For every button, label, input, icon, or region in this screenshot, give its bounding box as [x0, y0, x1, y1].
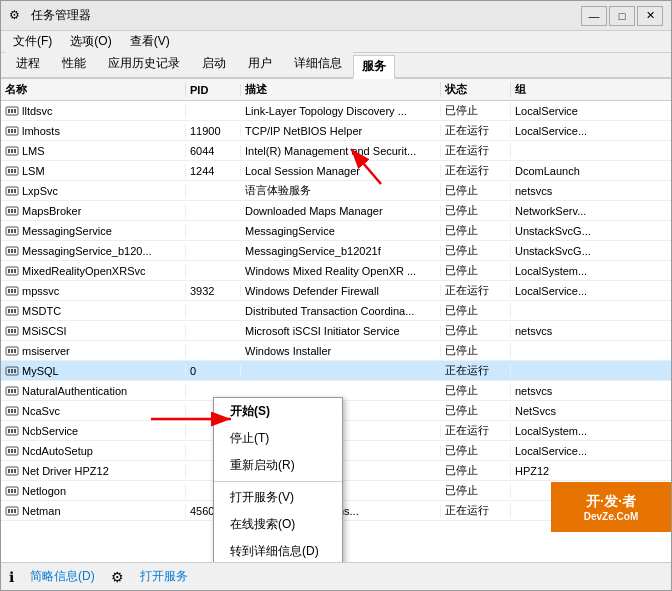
col-header-status[interactable]: 状态 [441, 82, 511, 97]
table-row[interactable]: lmhosts 11900 TCP/IP NetBIOS Helper 正在运行… [1, 121, 671, 141]
svg-rect-49 [8, 349, 10, 353]
cell-group: NetworkServ... [511, 205, 611, 217]
cell-group: netsvcs [511, 325, 611, 337]
cell-name: Net Driver HPZ12 [1, 464, 186, 478]
tab-users[interactable]: 用户 [237, 50, 283, 77]
cell-name: LxpSvc [1, 184, 186, 198]
service-icon [5, 104, 19, 118]
cell-name: lltdsvc [1, 104, 186, 118]
minimize-button[interactable]: — [581, 6, 607, 26]
title-controls: — □ ✕ [581, 6, 663, 26]
svg-rect-9 [8, 149, 10, 153]
cell-group: LocalService [511, 105, 611, 117]
cell-status: 已停止 [441, 223, 511, 238]
cell-name: NcdAutoSetup [1, 444, 186, 458]
svg-rect-58 [11, 389, 13, 393]
cell-name: NaturalAuthentication [1, 384, 186, 398]
cell-desc: Local Session Manager [241, 165, 441, 177]
cell-name: MessagingService_b120... [1, 244, 186, 258]
maximize-button[interactable]: □ [609, 6, 635, 26]
svg-rect-14 [11, 169, 13, 173]
col-header-desc[interactable]: 描述 [241, 82, 441, 97]
col-header-pid[interactable]: PID [186, 84, 241, 96]
service-icon [5, 144, 19, 158]
cell-desc: Downloaded Maps Manager [241, 205, 441, 217]
menu-options[interactable]: 选项(O) [62, 31, 119, 52]
tab-app-history[interactable]: 应用历史记录 [97, 50, 191, 77]
service-name-text: NaturalAuthentication [22, 385, 127, 397]
title-bar-left: ⚙ 任务管理器 [9, 7, 91, 24]
table-row[interactable]: MapsBroker Downloaded Maps Manager 已停止 N… [1, 201, 671, 221]
svg-rect-71 [14, 449, 16, 453]
service-icon [5, 204, 19, 218]
context-menu-item[interactable]: 转到详细信息(D) [214, 538, 342, 562]
table-row[interactable]: MixedRealityOpenXRSvc Windows Mixed Real… [1, 261, 671, 281]
context-menu-item[interactable]: 打开服务(V) [214, 484, 342, 511]
cell-status: 已停止 [441, 323, 511, 338]
menu-view[interactable]: 查看(V) [122, 31, 178, 52]
table-row[interactable]: MySQL 0 正在运行 [1, 361, 671, 381]
table-row[interactable]: MessagingService_b120... MessagingServic… [1, 241, 671, 261]
cell-desc: Windows Defender Firewall [241, 285, 441, 297]
cell-name: Netlogon [1, 484, 186, 498]
service-name-text: Net Driver HPZ12 [22, 465, 109, 477]
service-icon [5, 484, 19, 498]
table-row[interactable]: MSiSCSI Microsoft iSCSI Initiator Servic… [1, 321, 671, 341]
svg-rect-46 [11, 329, 13, 333]
cell-group: HPZ12 [511, 465, 611, 477]
cell-name: MySQL [1, 364, 186, 378]
col-header-name[interactable]: 名称 [1, 82, 186, 97]
cell-desc: MessagingService_b12021f [241, 245, 441, 257]
open-service-icon: ⚙ [111, 569, 124, 585]
table-row[interactable]: msiserver Windows Installer 已停止 [1, 341, 671, 361]
svg-rect-77 [8, 489, 10, 493]
svg-rect-26 [11, 229, 13, 233]
tab-services[interactable]: 服务 [353, 55, 395, 79]
tab-process[interactable]: 进程 [5, 50, 51, 77]
col-header-group[interactable]: 组 [511, 82, 611, 97]
svg-rect-19 [14, 189, 16, 193]
cell-desc: TCP/IP NetBIOS Helper [241, 125, 441, 137]
cell-status: 已停止 [441, 243, 511, 258]
context-menu-item[interactable]: 重新启动(R) [214, 452, 342, 479]
tab-performance[interactable]: 性能 [51, 50, 97, 77]
context-menu-item[interactable]: 在线搜索(O) [214, 511, 342, 538]
cell-name: LMS [1, 144, 186, 158]
menu-file[interactable]: 文件(F) [5, 31, 60, 52]
tab-startup[interactable]: 启动 [191, 50, 237, 77]
svg-rect-67 [14, 429, 16, 433]
table-row[interactable]: MSDTC Distributed Transaction Coordina..… [1, 301, 671, 321]
table-row[interactable]: LMS 6044 Intel(R) Management and Securit… [1, 141, 671, 161]
svg-rect-5 [8, 129, 10, 133]
table-row[interactable]: LSM 1244 Local Session Manager 正在运行 Dcom… [1, 161, 671, 181]
context-menu-item[interactable]: 停止(T) [214, 425, 342, 452]
svg-rect-30 [11, 249, 13, 253]
service-icon [5, 464, 19, 478]
cell-pid: 0 [186, 365, 241, 377]
service-name-text: Netlogon [22, 485, 66, 497]
table-row[interactable]: LxpSvc 语言体验服务 已停止 netsvcs [1, 181, 671, 201]
service-icon [5, 324, 19, 338]
tab-details[interactable]: 详细信息 [283, 50, 353, 77]
cell-name: MessagingService [1, 224, 186, 238]
svg-rect-50 [11, 349, 13, 353]
cell-group: UnstackSvcG... [511, 245, 611, 257]
table-row[interactable]: lltdsvc Link-Layer Topology Discovery ..… [1, 101, 671, 121]
svg-rect-29 [8, 249, 10, 253]
cell-group: DcomLaunch [511, 165, 611, 177]
svg-rect-57 [8, 389, 10, 393]
svg-rect-53 [8, 369, 10, 373]
cell-desc: Link-Layer Topology Discovery ... [241, 105, 441, 117]
cell-name: LSM [1, 164, 186, 178]
service-name-text: MySQL [22, 365, 59, 377]
cell-status: 已停止 [441, 443, 511, 458]
context-menu-item[interactable]: 开始(S) [214, 398, 342, 425]
svg-rect-15 [14, 169, 16, 173]
table-row[interactable]: MessagingService MessagingService 已停止 Un… [1, 221, 671, 241]
close-button[interactable]: ✕ [637, 6, 663, 26]
table-row[interactable]: mpssvc 3932 Windows Defender Firewall 正在… [1, 281, 671, 301]
brief-info-link[interactable]: 简略信息(D) [30, 568, 95, 585]
svg-rect-39 [14, 289, 16, 293]
svg-rect-75 [14, 469, 16, 473]
open-service-link[interactable]: 打开服务 [140, 568, 188, 585]
